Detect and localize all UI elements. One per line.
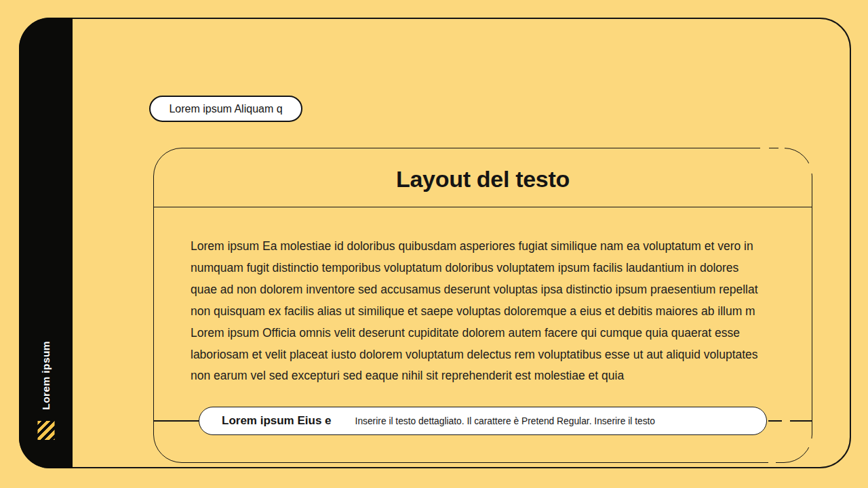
section-tag-pill[interactable]: Lorem ipsum Aliquam q	[149, 96, 302, 122]
page-title: Layout del testo	[396, 166, 570, 192]
border-gap	[162, 460, 169, 464]
border-gap	[808, 163, 814, 174]
footer-connector-line-left	[154, 420, 199, 422]
section-tag-label: Lorem ipsum Aliquam q	[169, 103, 282, 115]
body-line: non quisquam ex facilis alias ut similiq…	[191, 301, 774, 323]
footer-pill-description: Inserire il testo dettagliato. Il caratt…	[355, 416, 656, 426]
sidebar: Lorem ipsum	[19, 18, 73, 468]
border-gap	[760, 146, 769, 151]
body-line: numquam fugit distinctio temporibus volu…	[191, 258, 774, 279]
slide: Lorem ipsum Lorem ipsum Aliquam q Layout…	[0, 0, 868, 488]
card-header: Layout del testo	[154, 148, 812, 207]
body-line: Lorem ipsum Officia omnis velit deserunt…	[191, 323, 774, 344]
content-card: Layout del testo Lorem ipsum Ea molestia…	[153, 148, 812, 463]
slide-frame: Lorem ipsum Lorem ipsum Aliquam q Layout…	[19, 18, 851, 468]
footer-pill-label: Lorem ipsum Eius e	[222, 414, 332, 428]
body-line: Lorem ipsum Ea molestiae id doloribus qu…	[191, 236, 774, 258]
diagonal-stripes-logo-icon	[37, 421, 54, 440]
border-gap	[778, 146, 785, 151]
footer-connector-dash	[790, 420, 812, 422]
footer-connector-dash	[768, 420, 782, 422]
body-line: non earum vel sed excepturi sed eaque ni…	[191, 365, 774, 387]
body-line: quae ad non dolorem inventore sed accusa…	[191, 279, 774, 301]
body-line: laboriosam et velit placeat iusto dolore…	[191, 344, 774, 366]
border-gap	[768, 460, 776, 464]
body-text-block: Lorem ipsum Ea molestiae id doloribus qu…	[154, 207, 812, 387]
footer-pill[interactable]: Lorem ipsum Eius e Inserire il testo det…	[199, 407, 767, 435]
sidebar-vertical-label: Lorem ipsum	[40, 341, 52, 410]
border-gap	[797, 460, 804, 464]
border-gap	[808, 439, 814, 447]
